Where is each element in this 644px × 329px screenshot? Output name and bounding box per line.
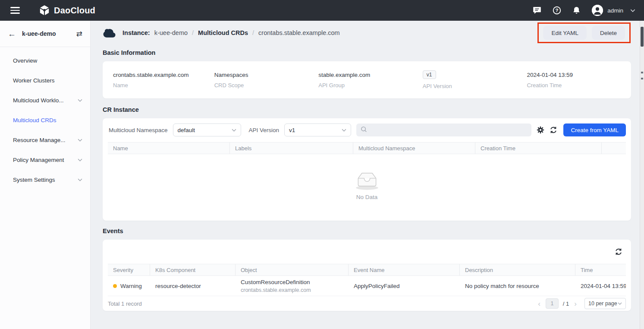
basic-information-card: crontabs.stable.example.com Name Namespa… xyxy=(103,61,631,98)
column-header-object[interactable]: Object xyxy=(236,264,349,275)
column-header-time[interactable]: Time xyxy=(575,264,626,275)
namespace-select[interactable]: default xyxy=(173,123,241,136)
total-records-text: Total 1 record xyxy=(108,301,142,307)
edit-yaml-button[interactable]: Edit YAML xyxy=(543,26,587,40)
api-version-select[interactable]: v1 xyxy=(284,123,351,136)
sidebar-item-label: Resource Manage... xyxy=(13,137,78,143)
user-menu-chevron-icon[interactable] xyxy=(630,9,635,12)
pagination: ‹ 1 / 1 › 10 per page xyxy=(537,298,626,309)
chevron-down-icon xyxy=(78,99,82,102)
column-header-event-name[interactable]: Event Name xyxy=(349,264,460,275)
next-page-icon[interactable]: › xyxy=(573,300,578,307)
field-value: Namespaces xyxy=(214,72,319,78)
avatar[interactable] xyxy=(592,5,603,16)
chevron-down-icon xyxy=(78,158,82,161)
cloud-icon xyxy=(103,28,116,38)
switch-instance-icon[interactable]: ⇄ xyxy=(76,30,82,38)
sidebar-item-label: System Settings xyxy=(13,177,78,183)
namespace-filter-label: Multicloud Namespace xyxy=(109,127,168,133)
sidebar-item-overview[interactable]: Overview xyxy=(0,51,90,70)
sidebar-item-multicloud-crds[interactable]: Multicloud CRDs xyxy=(0,110,90,130)
scrollbar-thumb[interactable] xyxy=(641,27,644,47)
severity-text: Warning xyxy=(120,283,142,289)
sidebar-item-worker-clusters[interactable]: Worker Clusters xyxy=(0,70,90,90)
cr-table-header: Name Labels Multicloud Namespace Creatio… xyxy=(108,142,626,154)
object-kind: CustomResourceDefinition xyxy=(241,279,343,285)
field-creation-time: 2024-01-04 13:59 Creation Time xyxy=(527,72,631,89)
breadcrumb-separator: / xyxy=(252,29,254,36)
object-cell: CustomResourceDefinition crontabs.stable… xyxy=(236,279,349,293)
navbar-right: ? admin xyxy=(533,5,635,16)
page-header: Instance: k-uee-demo / Multicloud CRDs /… xyxy=(103,21,631,45)
time-cell: 2024-01-04 13:59 xyxy=(575,283,626,289)
breadcrumb-item-instance[interactable]: k-uee-demo xyxy=(154,29,188,36)
sidebar: ← k-uee-demo ⇄ Overview Worker Clusters … xyxy=(0,21,91,329)
breadcrumb-separator: / xyxy=(192,29,194,36)
scrollbar-tick xyxy=(641,72,643,73)
column-header-multicloud-namespace[interactable]: Multicloud Namespace xyxy=(353,142,475,154)
page-number-input[interactable]: 1 xyxy=(546,298,559,309)
messages-icon[interactable] xyxy=(533,6,541,15)
column-header-creation-time[interactable]: Creation Time xyxy=(475,142,602,154)
column-header-name[interactable]: Name xyxy=(108,142,230,154)
sidebar-instance-name: k-uee-demo xyxy=(22,30,76,37)
back-icon[interactable]: ← xyxy=(8,30,16,38)
username[interactable]: admin xyxy=(607,7,623,14)
breadcrumb-item-multicloud-crds[interactable]: Multicloud CRDs xyxy=(198,29,248,36)
help-icon[interactable]: ? xyxy=(553,6,561,15)
prev-page-icon[interactable]: ‹ xyxy=(537,300,541,307)
sidebar-item-label: Overview xyxy=(13,57,82,64)
field-label: CRD Scope xyxy=(214,82,319,89)
sidebar-item-multicloud-workloads[interactable]: Multicloud Worklo... xyxy=(0,90,90,110)
empty-state: No Data xyxy=(108,154,626,215)
settings-gear-icon[interactable] xyxy=(537,126,544,134)
column-header-labels[interactable]: Labels xyxy=(230,142,353,154)
api-version-filter-label: API Version xyxy=(249,127,280,133)
chevron-down-icon xyxy=(618,302,622,305)
description-cell: No policy match for resource xyxy=(460,283,575,289)
field-label: API Group xyxy=(318,82,423,89)
field-crd-scope: Namespaces CRD Scope xyxy=(214,72,319,89)
column-header-severity[interactable]: Severity xyxy=(108,264,150,275)
severity-cell: Warning xyxy=(108,283,150,289)
field-api-version: v1 API Version xyxy=(423,70,527,89)
event-name-cell: ApplyPolicyFailed xyxy=(349,283,460,289)
delete-button[interactable]: Delete xyxy=(592,26,625,40)
sidebar-item-system-settings[interactable]: System Settings xyxy=(0,170,90,190)
notifications-bell-icon[interactable] xyxy=(572,6,581,15)
brand-name: DaoCloud xyxy=(54,6,95,16)
sidebar-item-policy-management[interactable]: Policy Management xyxy=(0,150,90,170)
refresh-events-icon[interactable] xyxy=(615,248,622,256)
breadcrumb: Instance: k-uee-demo / Multicloud CRDs /… xyxy=(103,28,340,38)
per-page-select[interactable]: 10 per page xyxy=(584,298,626,309)
sidebar-item-label: Multicloud CRDs xyxy=(13,117,82,123)
refresh-icon[interactable] xyxy=(550,126,557,134)
column-header-k8s-component[interactable]: K8s Component xyxy=(150,264,236,275)
header-actions: Edit YAML Delete xyxy=(543,26,625,40)
cr-filter-row: Multicloud Namespace default API Version… xyxy=(108,123,626,136)
sidebar-nav: Overview Worker Clusters Multicloud Work… xyxy=(0,47,90,190)
search-input[interactable] xyxy=(371,127,527,133)
object-name: crontabs.stable.example.com xyxy=(241,287,343,293)
sidebar-item-label: Policy Management xyxy=(13,157,78,163)
sidebar-item-resource-management[interactable]: Resource Manage... xyxy=(0,130,90,150)
field-value: crontabs.stable.example.com xyxy=(113,72,214,78)
breadcrumb-prefix: Instance: xyxy=(123,29,150,36)
column-header-description[interactable]: Description xyxy=(460,264,575,275)
field-label: API Version xyxy=(423,83,527,89)
sidebar-item-label: Worker Clusters xyxy=(13,77,82,84)
scrollbar-tick xyxy=(641,78,643,79)
hamburger-menu-icon[interactable] xyxy=(10,7,20,14)
table-row[interactable]: Warning resource-detector CustomResource… xyxy=(108,276,626,296)
events-card: Severity K8s Component Object Event Name… xyxy=(103,240,631,311)
per-page-value: 10 per page xyxy=(588,301,617,307)
no-data-text: No Data xyxy=(356,194,378,200)
create-from-yaml-button[interactable]: Create from YAML xyxy=(563,123,626,136)
search-icon xyxy=(361,126,367,134)
field-value: stable.example.com xyxy=(318,72,423,78)
brand-logo[interactable]: DaoCloud xyxy=(39,5,95,16)
search-box[interactable] xyxy=(356,123,531,136)
events-title: Events xyxy=(103,228,631,234)
cr-instance-card: Multicloud Namespace default API Version… xyxy=(103,118,631,221)
scrollbar[interactable] xyxy=(640,21,644,329)
